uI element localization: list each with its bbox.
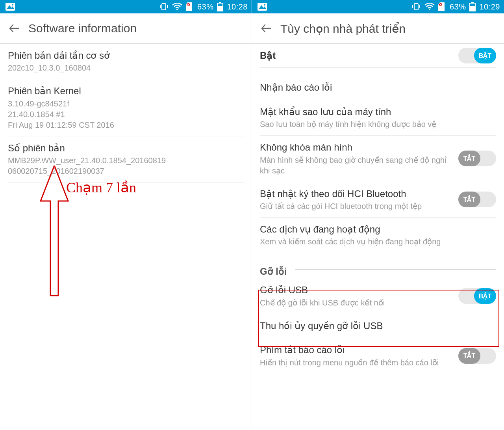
section-header-debug: Gỡ lỗi xyxy=(252,261,504,278)
wifi-icon xyxy=(172,3,182,11)
back-button[interactable] xyxy=(8,22,20,35)
svg-point-2 xyxy=(12,4,13,6)
row-title: Phím tắt báo cáo lỗi xyxy=(260,344,449,356)
toggle-usb-debugging[interactable]: BẬT xyxy=(458,288,496,304)
row-title: Phiên bản dải tần cơ sở xyxy=(8,49,244,62)
row-value: MMB29P.WW_user_21.40.0.1854_20160819 060… xyxy=(8,155,244,177)
svg-marker-13 xyxy=(41,166,68,296)
row-revoke-usb-auth[interactable]: Thu hồi ủy quyền gỡ lỗi USB xyxy=(252,314,504,338)
row-kernel[interactable]: Phiên bản Kernel 3.10.49-gc84521f 21.40.… xyxy=(0,79,252,136)
svg-rect-12 xyxy=(217,6,223,11)
battery-icon xyxy=(469,2,476,11)
toggle-label: TẮT xyxy=(458,192,480,207)
row-title: Gỡ lỗi USB xyxy=(260,284,449,296)
toggle-developer-options[interactable]: BẬT xyxy=(458,48,496,63)
sd-card-icon xyxy=(186,2,194,11)
row-master-switch[interactable]: Bật BẬT xyxy=(252,44,504,67)
svg-rect-3 xyxy=(162,4,166,10)
app-bar: Tùy chọn nhà phát triển xyxy=(252,13,504,43)
svg-point-16 xyxy=(264,4,265,6)
row-title: Không khóa màn hình xyxy=(260,141,449,154)
row-backup-password[interactable]: Mật khẩu sao lưu của máy tính Sao lưu to… xyxy=(252,100,504,135)
clock-text: 10:28 xyxy=(227,2,248,11)
row-hci-bluetooth[interactable]: Bật nhật ký theo dõi HCI Bluetooth Giữ t… xyxy=(252,182,504,217)
toggle-label: TẮT xyxy=(458,151,480,166)
row-separator xyxy=(8,182,244,182)
clock-text: 10:29 xyxy=(479,2,500,11)
row-title: Bật xyxy=(260,49,449,62)
row-title: Thu hồi ủy quyền gỡ lỗi USB xyxy=(260,320,496,332)
toggle-label: BẬT xyxy=(474,288,496,304)
row-subtitle: Hiển thị nút trong menu nguồn để thêm bá… xyxy=(260,357,449,368)
section-title: Gỡ lỗi xyxy=(260,266,287,277)
status-bar: 63% 10:28 xyxy=(0,0,252,13)
toggle-hci-bluetooth[interactable]: TẮT xyxy=(458,192,496,207)
row-build-number[interactable]: Số phiên bản MMB29P.WW_user_21.40.0.1854… xyxy=(0,136,252,182)
row-bug-report-shortcut[interactable]: Phím tắt báo cáo lỗi Hiển thị nút trong … xyxy=(252,338,504,373)
row-title: Nhận báo cáo lỗi xyxy=(260,81,496,94)
row-usb-debugging[interactable]: Gỡ lỗi USB Chế độ gỡ lỗi khi USB được kế… xyxy=(252,278,504,313)
toggle-stay-awake[interactable]: TẮT xyxy=(458,151,496,166)
vibrate-icon xyxy=(159,3,169,11)
toggle-label: BẬT xyxy=(474,48,496,63)
svg-point-6 xyxy=(176,9,178,10)
sd-card-icon xyxy=(438,2,446,11)
battery-percent: 63% xyxy=(197,2,214,11)
battery-percent: 63% xyxy=(450,2,466,11)
row-title: Các dịch vụ đang hoạt động xyxy=(260,223,496,236)
annotation-tap-7-times: Chạm 7 lần xyxy=(39,166,70,300)
row-value: 202c10_10.3.0_160804 xyxy=(8,63,244,73)
row-running-services[interactable]: Các dịch vụ đang hoạt động Xem và kiểm s… xyxy=(252,218,504,253)
svg-point-20 xyxy=(429,9,430,10)
picture-icon xyxy=(258,3,267,11)
phone-right: 63% 10:29 Tùy chọn nhà phát triển Bật BẬ… xyxy=(252,0,504,430)
battery-icon xyxy=(217,2,223,11)
row-baseband[interactable]: Phiên bản dải tần cơ sở 202c10_10.3.0_16… xyxy=(0,44,252,79)
row-title: Số phiên bản xyxy=(8,142,244,155)
row-stay-awake[interactable]: Không khóa màn hình Màn hình sẽ không ba… xyxy=(252,136,504,181)
wifi-icon xyxy=(424,3,435,11)
back-button[interactable] xyxy=(260,22,272,35)
row-subtitle: Xem và kiểm soát các dịch vụ hiện đang h… xyxy=(260,236,496,247)
row-subtitle: Sao lưu toàn bộ máy tính hiện không được… xyxy=(260,119,496,130)
row-title: Phiên bản Kernel xyxy=(8,85,244,97)
row-subtitle: Màn hình sẽ không bao giờ chuyển sang ch… xyxy=(260,155,449,176)
svg-rect-26 xyxy=(470,6,475,11)
row-subtitle: Chế độ gỡ lỗi khi USB được kết nối xyxy=(260,298,449,308)
picture-icon xyxy=(6,3,15,11)
row-value: 3.10.49-gc84521f 21.40.0.1854 #1 Fri Aug… xyxy=(8,99,244,130)
row-title: Bật nhật ký theo dõi HCI Bluetooth xyxy=(260,188,449,200)
app-bar: Software information xyxy=(0,13,252,43)
row-title: Mật khẩu sao lưu của máy tính xyxy=(260,106,496,118)
svg-rect-17 xyxy=(414,4,418,10)
status-bar: 63% 10:29 xyxy=(252,0,504,13)
row-subtitle: Giữ tất cả các gói HCI bluetooth trong m… xyxy=(260,201,449,212)
page-title: Tùy chọn nhà phát triển xyxy=(280,22,406,35)
toggle-bug-report-shortcut[interactable]: TẮT xyxy=(458,348,496,364)
page-title: Software information xyxy=(28,22,137,35)
vibrate-icon xyxy=(411,3,421,11)
toggle-label: TẮT xyxy=(458,348,480,364)
phone-left: 63% 10:28 Software information Phiên bản… xyxy=(0,0,252,430)
row-bug-report[interactable]: Nhận báo cáo lỗi xyxy=(252,76,504,99)
